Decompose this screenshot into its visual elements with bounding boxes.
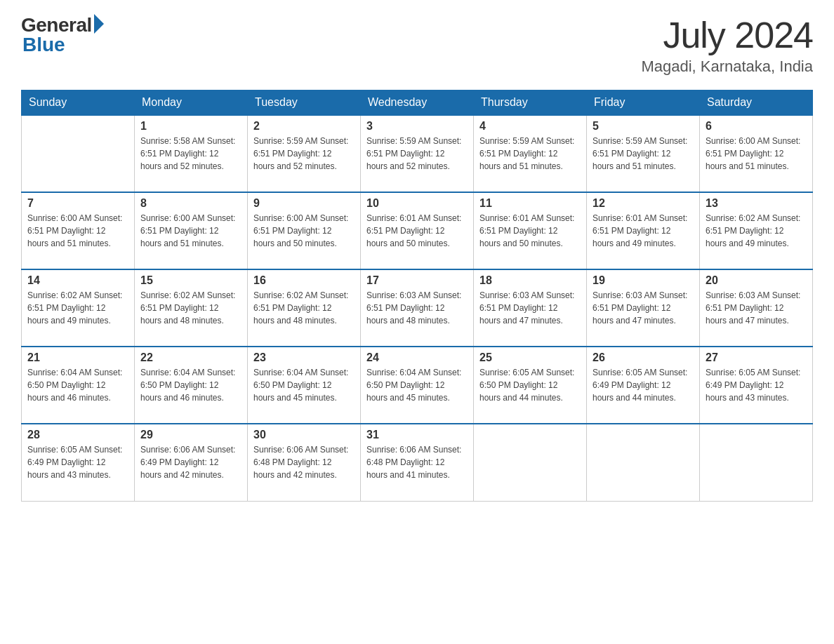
calendar-week-row: 21Sunrise: 6:04 AM Sunset: 6:50 PM Dayli… bbox=[22, 347, 813, 424]
calendar-header-row: SundayMondayTuesdayWednesdayThursdayFrid… bbox=[22, 90, 813, 116]
day-info: Sunrise: 6:05 AM Sunset: 6:49 PM Dayligh… bbox=[706, 366, 807, 404]
calendar-day-cell: 27Sunrise: 6:05 AM Sunset: 6:49 PM Dayli… bbox=[700, 347, 813, 424]
calendar-day-cell: 4Sunrise: 5:59 AM Sunset: 6:51 PM Daylig… bbox=[474, 115, 587, 192]
day-info: Sunrise: 6:02 AM Sunset: 6:51 PM Dayligh… bbox=[27, 289, 128, 327]
calendar-day-cell: 30Sunrise: 6:06 AM Sunset: 6:48 PM Dayli… bbox=[248, 424, 361, 501]
calendar-day-cell: 15Sunrise: 6:02 AM Sunset: 6:51 PM Dayli… bbox=[135, 269, 248, 347]
calendar-day-cell: 21Sunrise: 6:04 AM Sunset: 6:50 PM Dayli… bbox=[22, 347, 135, 424]
day-number: 2 bbox=[253, 120, 355, 133]
day-info: Sunrise: 5:59 AM Sunset: 6:51 PM Dayligh… bbox=[479, 135, 581, 173]
day-number: 4 bbox=[479, 120, 581, 133]
location-title: Magadi, Karnataka, India bbox=[641, 58, 813, 76]
day-info: Sunrise: 6:06 AM Sunset: 6:49 PM Dayligh… bbox=[140, 443, 241, 481]
day-number: 10 bbox=[366, 197, 468, 210]
calendar-day-cell: 2Sunrise: 5:59 AM Sunset: 6:51 PM Daylig… bbox=[248, 115, 361, 192]
day-info: Sunrise: 6:04 AM Sunset: 6:50 PM Dayligh… bbox=[140, 366, 241, 404]
calendar-day-cell: 8Sunrise: 6:00 AM Sunset: 6:51 PM Daylig… bbox=[135, 192, 248, 269]
calendar-day-cell: 3Sunrise: 5:59 AM Sunset: 6:51 PM Daylig… bbox=[361, 115, 474, 192]
day-info: Sunrise: 6:05 AM Sunset: 6:50 PM Dayligh… bbox=[479, 366, 581, 404]
day-number: 9 bbox=[253, 197, 355, 210]
calendar-day-cell: 17Sunrise: 6:03 AM Sunset: 6:51 PM Dayli… bbox=[361, 269, 474, 347]
calendar-day-cell: 19Sunrise: 6:03 AM Sunset: 6:51 PM Dayli… bbox=[587, 269, 700, 347]
logo-triangle-icon bbox=[94, 14, 104, 34]
calendar-day-cell: 13Sunrise: 6:02 AM Sunset: 6:51 PM Dayli… bbox=[700, 192, 813, 269]
page-header: General Blue July 2024 Magadi, Karnataka… bbox=[21, 14, 813, 76]
day-number: 16 bbox=[253, 274, 355, 287]
day-number: 27 bbox=[706, 351, 807, 364]
day-info: Sunrise: 6:05 AM Sunset: 6:49 PM Dayligh… bbox=[593, 366, 694, 404]
calendar-day-cell bbox=[22, 115, 135, 192]
calendar-day-cell: 20Sunrise: 6:03 AM Sunset: 6:51 PM Dayli… bbox=[700, 269, 813, 347]
calendar-day-cell: 10Sunrise: 6:01 AM Sunset: 6:51 PM Dayli… bbox=[361, 192, 474, 269]
calendar-week-row: 1Sunrise: 5:58 AM Sunset: 6:51 PM Daylig… bbox=[22, 115, 813, 192]
calendar-day-header: Saturday bbox=[700, 90, 813, 116]
calendar-day-cell: 26Sunrise: 6:05 AM Sunset: 6:49 PM Dayli… bbox=[587, 347, 700, 424]
calendar-day-cell: 31Sunrise: 6:06 AM Sunset: 6:48 PM Dayli… bbox=[361, 424, 474, 501]
day-number: 23 bbox=[253, 351, 355, 364]
calendar-day-cell: 28Sunrise: 6:05 AM Sunset: 6:49 PM Dayli… bbox=[22, 424, 135, 501]
day-info: Sunrise: 6:01 AM Sunset: 6:51 PM Dayligh… bbox=[479, 212, 581, 250]
day-number: 15 bbox=[140, 274, 241, 287]
calendar-day-cell: 9Sunrise: 6:00 AM Sunset: 6:51 PM Daylig… bbox=[248, 192, 361, 269]
day-number: 5 bbox=[593, 120, 694, 133]
day-number: 3 bbox=[366, 120, 468, 133]
day-number: 21 bbox=[27, 351, 128, 364]
calendar-day-cell bbox=[587, 424, 700, 501]
day-info: Sunrise: 5:59 AM Sunset: 6:51 PM Dayligh… bbox=[366, 135, 468, 173]
calendar-day-cell: 22Sunrise: 6:04 AM Sunset: 6:50 PM Dayli… bbox=[135, 347, 248, 424]
calendar-day-cell: 24Sunrise: 6:04 AM Sunset: 6:50 PM Dayli… bbox=[361, 347, 474, 424]
calendar-day-cell: 6Sunrise: 6:00 AM Sunset: 6:51 PM Daylig… bbox=[700, 115, 813, 192]
day-number: 13 bbox=[706, 197, 807, 210]
logo-blue-text: Blue bbox=[22, 34, 65, 56]
day-info: Sunrise: 5:59 AM Sunset: 6:51 PM Dayligh… bbox=[593, 135, 694, 173]
day-info: Sunrise: 6:06 AM Sunset: 6:48 PM Dayligh… bbox=[253, 443, 355, 481]
day-info: Sunrise: 6:06 AM Sunset: 6:48 PM Dayligh… bbox=[366, 443, 468, 481]
day-info: Sunrise: 6:05 AM Sunset: 6:49 PM Dayligh… bbox=[27, 443, 128, 481]
calendar-week-row: 28Sunrise: 6:05 AM Sunset: 6:49 PM Dayli… bbox=[22, 424, 813, 501]
day-info: Sunrise: 6:01 AM Sunset: 6:51 PM Dayligh… bbox=[593, 212, 694, 250]
calendar-day-header: Tuesday bbox=[248, 90, 361, 116]
calendar-day-cell: 29Sunrise: 6:06 AM Sunset: 6:49 PM Dayli… bbox=[135, 424, 248, 501]
calendar-day-cell: 5Sunrise: 5:59 AM Sunset: 6:51 PM Daylig… bbox=[587, 115, 700, 192]
day-info: Sunrise: 6:00 AM Sunset: 6:51 PM Dayligh… bbox=[253, 212, 355, 250]
day-number: 8 bbox=[140, 197, 241, 210]
day-info: Sunrise: 5:58 AM Sunset: 6:51 PM Dayligh… bbox=[140, 135, 241, 173]
day-info: Sunrise: 6:04 AM Sunset: 6:50 PM Dayligh… bbox=[366, 366, 468, 404]
day-number: 29 bbox=[140, 429, 241, 441]
day-number: 6 bbox=[706, 120, 807, 133]
day-number: 19 bbox=[593, 274, 694, 287]
calendar-day-cell: 1Sunrise: 5:58 AM Sunset: 6:51 PM Daylig… bbox=[135, 115, 248, 192]
day-number: 25 bbox=[479, 351, 581, 364]
day-info: Sunrise: 6:00 AM Sunset: 6:51 PM Dayligh… bbox=[140, 212, 241, 250]
day-number: 11 bbox=[479, 197, 581, 210]
logo: General Blue bbox=[21, 14, 104, 56]
calendar-week-row: 7Sunrise: 6:00 AM Sunset: 6:51 PM Daylig… bbox=[22, 192, 813, 269]
calendar-day-cell bbox=[474, 424, 587, 501]
calendar-day-cell: 25Sunrise: 6:05 AM Sunset: 6:50 PM Dayli… bbox=[474, 347, 587, 424]
day-number: 30 bbox=[253, 429, 355, 441]
day-number: 31 bbox=[366, 429, 468, 441]
day-number: 20 bbox=[706, 274, 807, 287]
calendar-day-header: Wednesday bbox=[361, 90, 474, 116]
day-info: Sunrise: 6:00 AM Sunset: 6:51 PM Dayligh… bbox=[706, 135, 807, 173]
calendar-day-cell: 23Sunrise: 6:04 AM Sunset: 6:50 PM Dayli… bbox=[248, 347, 361, 424]
calendar-day-header: Friday bbox=[587, 90, 700, 116]
day-number: 24 bbox=[366, 351, 468, 364]
title-block: July 2024 Magadi, Karnataka, India bbox=[641, 14, 813, 76]
calendar-day-cell bbox=[700, 424, 813, 501]
day-number: 7 bbox=[27, 197, 128, 210]
calendar-day-header: Thursday bbox=[474, 90, 587, 116]
day-info: Sunrise: 6:03 AM Sunset: 6:51 PM Dayligh… bbox=[593, 289, 694, 327]
day-info: Sunrise: 6:02 AM Sunset: 6:51 PM Dayligh… bbox=[140, 289, 241, 327]
day-info: Sunrise: 6:02 AM Sunset: 6:51 PM Dayligh… bbox=[706, 212, 807, 250]
day-info: Sunrise: 6:01 AM Sunset: 6:51 PM Dayligh… bbox=[366, 212, 468, 250]
day-number: 22 bbox=[140, 351, 241, 364]
day-number: 26 bbox=[593, 351, 694, 364]
day-number: 12 bbox=[593, 197, 694, 210]
day-number: 1 bbox=[140, 120, 241, 133]
calendar-table: SundayMondayTuesdayWednesdayThursdayFrid… bbox=[21, 90, 813, 502]
calendar-day-cell: 18Sunrise: 6:03 AM Sunset: 6:51 PM Dayli… bbox=[474, 269, 587, 347]
calendar-day-cell: 7Sunrise: 6:00 AM Sunset: 6:51 PM Daylig… bbox=[22, 192, 135, 269]
day-info: Sunrise: 6:03 AM Sunset: 6:51 PM Dayligh… bbox=[706, 289, 807, 327]
day-info: Sunrise: 6:04 AM Sunset: 6:50 PM Dayligh… bbox=[253, 366, 355, 404]
